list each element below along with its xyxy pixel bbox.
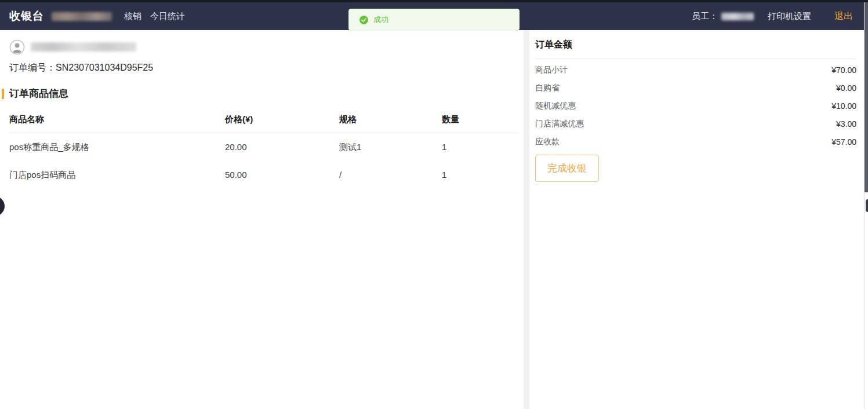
page-scrollbar[interactable]	[864, 2, 868, 409]
summary-rows: 商品小计 ¥70.00 自购省 ¥0.00 随机减优惠 ¥10.00 门店满减优…	[535, 61, 856, 151]
employee-name-redacted	[721, 13, 754, 20]
cell-spec: 测试1	[339, 142, 442, 153]
summary-value: ¥70.00	[831, 65, 856, 75]
user-icon	[9, 39, 25, 55]
logout-button[interactable]: 退出	[834, 10, 853, 23]
buyer-name-redacted	[31, 42, 136, 52]
summary-row-store-discount: 门店满减优惠 ¥3.00	[535, 115, 856, 133]
summary-row-self-purchase-saving: 自购省 ¥0.00	[535, 79, 856, 97]
cell-qty: 1	[442, 170, 518, 181]
navbar-right: 员工： 打印机设置 退出	[692, 10, 859, 23]
order-number-value: SN2307031034D95F25	[56, 63, 153, 72]
right-edge-widget	[866, 199, 868, 212]
summary-label: 商品小计	[535, 65, 568, 75]
store-name-redacted	[52, 12, 112, 21]
products-table: 商品名称 价格(¥) 规格 数量 pos称重商品_多规格 20.00 测试1 1…	[9, 105, 518, 189]
section-title-order-items: 订单商品信息	[2, 87, 518, 100]
scrollbar-thumb[interactable]	[865, 2, 868, 192]
cell-spec: /	[339, 170, 442, 181]
cell-price: 20.00	[225, 142, 339, 153]
section-accent-bar	[2, 89, 4, 99]
summary-label: 自购省	[535, 83, 560, 93]
toast-message: 成功	[373, 14, 388, 25]
summary-value: ¥3.00	[836, 119, 856, 129]
buyer-row	[9, 38, 518, 56]
order-number-line: 订单编号：SN2307031034D95F25	[9, 62, 518, 74]
col-header-price: 价格(¥)	[225, 114, 339, 125]
browser-top-edge	[0, 0, 868, 2]
nav-item-today-stats[interactable]: 今日统计	[150, 11, 185, 22]
employee-label: 员工：	[692, 11, 718, 22]
table-row: 门店pos扫码商品 50.00 / 1	[9, 161, 518, 189]
summary-title: 订单金额	[535, 30, 856, 59]
summary-label: 随机减优惠	[535, 101, 576, 111]
complete-checkout-button[interactable]: 完成收银	[535, 155, 599, 182]
success-toast: 成功	[348, 9, 520, 31]
printer-settings-button[interactable]: 打印机设置	[768, 11, 811, 22]
table-row: pos称重商品_多规格 20.00 测试1 1	[9, 133, 518, 161]
summary-row-random-discount: 随机减优惠 ¥10.00	[535, 97, 856, 115]
summary-row-amount-due: 应收款 ¥57.00	[535, 133, 856, 151]
summary-value: ¥10.00	[831, 101, 856, 111]
cell-product-name: pos称重商品_多规格	[9, 142, 225, 153]
summary-value: ¥57.00	[831, 137, 856, 147]
success-check-circle-icon	[359, 16, 368, 24]
section-title-text: 订单商品信息	[9, 87, 68, 100]
order-amount-panel: 订单金额 商品小计 ¥70.00 自购省 ¥0.00 随机减优惠 ¥10.00 …	[529, 30, 864, 409]
order-number-label: 订单编号：	[9, 63, 56, 72]
col-header-product-name: 商品名称	[9, 114, 225, 125]
cell-price: 50.00	[225, 170, 339, 181]
summary-row-subtotal: 商品小计 ¥70.00	[535, 61, 856, 79]
summary-label: 应收款	[535, 137, 560, 147]
nav-item-verify[interactable]: 核销	[124, 11, 141, 22]
panel-divider	[524, 30, 529, 409]
cell-product-name: 门店pos扫码商品	[9, 170, 225, 181]
summary-label: 门店满减优惠	[535, 119, 584, 129]
main-content: 订单编号：SN2307031034D95F25 订单商品信息 商品名称 价格(¥…	[0, 30, 864, 409]
app-title: 收银台	[9, 9, 44, 24]
summary-value: ¥0.00	[836, 83, 856, 93]
order-detail-panel: 订单编号：SN2307031034D95F25 订单商品信息 商品名称 价格(¥…	[0, 30, 524, 409]
col-header-spec: 规格	[339, 114, 442, 125]
col-header-qty: 数量	[442, 114, 518, 125]
cell-qty: 1	[442, 142, 518, 153]
products-table-header: 商品名称 价格(¥) 规格 数量	[9, 105, 518, 133]
